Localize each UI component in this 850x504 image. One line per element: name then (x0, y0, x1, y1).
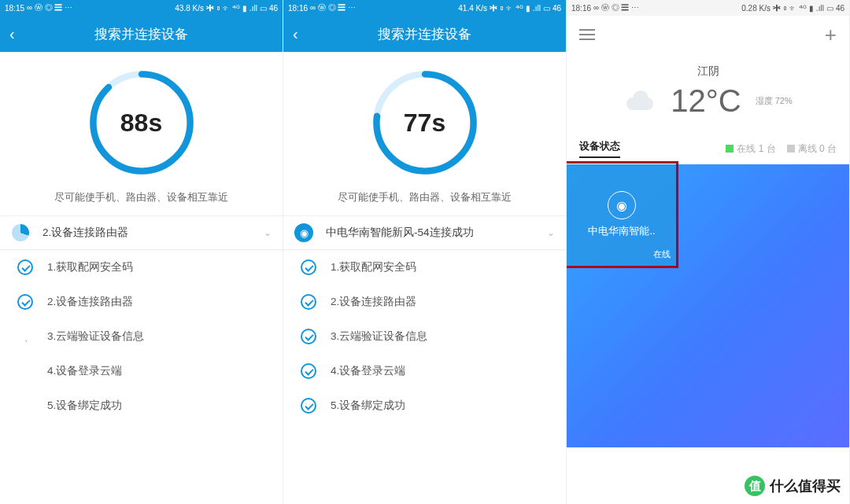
step-row: 2.设备连接路由器 (283, 285, 566, 319)
screen-connect-progress-1: 18:15 ∞ ⓦ ◎ ☰ ⋯ 43.8 K/s ✱ ▯ ᯤ ⁴ᴳ ▮ .ıll… (0, 0, 283, 504)
device-status: 在线 (653, 248, 671, 260)
step-list: 1.获取配网安全码 2.设备连接路由器 3.云端验证设备信息 4.设备登录云端 … (0, 250, 283, 423)
watermark-text: 什么值得买 (770, 476, 841, 495)
online-dot-icon (726, 145, 734, 153)
hint-text: 尽可能使手机、路由器、设备相互靠近 (283, 186, 566, 215)
check-icon (17, 259, 33, 275)
section-title: 设备状态 (579, 139, 620, 158)
step-row: 4.设备登录云端 (0, 354, 283, 388)
device-name: 中电华南智能.. (588, 224, 655, 238)
menu-button[interactable] (579, 29, 595, 40)
battery-icon: ▭ (260, 4, 267, 13)
status-icons: ∞ ⓦ ◎ ☰ ⋯ (310, 2, 356, 13)
offline-dot-icon (787, 145, 795, 153)
battery-pct: 46 (552, 4, 561, 13)
status-icons: ∞ ⓦ ◎ ☰ ⋯ (27, 2, 72, 13)
chevron-down-icon: ⌄ (264, 227, 272, 238)
step-row: 2.设备连接路由器 (0, 285, 283, 319)
progress-pie-icon (12, 224, 29, 241)
watermark: 值 什么值得买 (745, 476, 841, 496)
device-status-bar: 设备状态 在线 1 台 离线 0 台 (567, 139, 849, 164)
cloud-icon (623, 90, 656, 112)
top-bar: + (567, 16, 849, 53)
current-step-label: 中电华南智能新风-54连接成功 (326, 226, 547, 240)
clock: 18:16 (571, 4, 591, 13)
smzdm-logo-icon: 值 (745, 476, 765, 496)
app-bar: ‹ 搜索并连接设备 (0, 16, 283, 52)
step-label: 5.设备绑定成功 (47, 399, 272, 413)
signal-icons: ✱ ▯ ᯤ ⁴ᴳ ▮ .ıll (773, 4, 824, 13)
device-badge-icon: ◉ (294, 223, 313, 242)
step-label: 1.获取配网安全码 (331, 260, 555, 274)
step-label: 2.设备连接路由器 (331, 295, 555, 309)
offline-count: 离线 0 台 (787, 142, 837, 156)
check-icon (17, 294, 33, 310)
check-icon (301, 363, 316, 379)
countdown-value: 77s (370, 68, 480, 178)
app-bar: ‹ 搜索并连接设备 (283, 16, 566, 52)
battery-pct: 46 (269, 4, 278, 13)
net-speed: 41.4 K/s (458, 4, 487, 13)
step-label: 1.获取配网安全码 (47, 260, 272, 274)
step-row: 5.设备绑定成功 (283, 388, 566, 423)
clock: 18:15 (5, 4, 24, 13)
add-button[interactable]: + (825, 23, 837, 47)
countdown-ring: 77s (283, 52, 566, 186)
step-row: 4.设备登录云端 (283, 354, 566, 388)
status-bar: 18:16 ∞ ⓦ ◎ ☰ ⋯ 0.28 K/s ✱ ▯ ᯤ ⁴ᴳ ▮ .ıll… (567, 0, 849, 16)
city-name: 江阴 (567, 64, 849, 79)
hint-text: 尽可能使手机、路由器、设备相互靠近 (0, 186, 283, 215)
check-icon (301, 329, 316, 344)
step-label: 5.设备绑定成功 (331, 399, 555, 413)
step-row: 5.设备绑定成功 (0, 388, 283, 423)
status-bar: 18:15 ∞ ⓦ ◎ ☰ ⋯ 43.8 K/s ✱ ▯ ᯤ ⁴ᴳ ▮ .ıll… (0, 0, 283, 16)
signal-icons: ✱ ▯ ᯤ ⁴ᴳ ▮ .ıll (206, 4, 257, 13)
device-card[interactable]: ◉ 中电华南智能.. 在线 (567, 164, 677, 265)
signal-icons: ✱ ▯ ᯤ ⁴ᴳ ▮ .ıll (490, 4, 541, 13)
online-count: 在线 1 台 (726, 142, 775, 156)
page-title: 搜索并连接设备 (94, 25, 188, 43)
temperature: 12°C (671, 83, 741, 119)
screen-home-dashboard: 18:16 ∞ ⓦ ◎ ☰ ⋯ 0.28 K/s ✱ ▯ ᯤ ⁴ᴳ ▮ .ıll… (567, 0, 850, 504)
screen-connect-progress-2: 18:16 ∞ ⓦ ◎ ☰ ⋯ 41.4 K/s ✱ ▯ ᯤ ⁴ᴳ ▮ .ıll… (283, 0, 567, 504)
check-icon (301, 294, 316, 310)
status-icons: ∞ ⓦ ◎ ☰ ⋯ (593, 2, 639, 13)
chevron-down-icon: ⌄ (547, 227, 555, 238)
weather-widget[interactable]: 江阴 12°C 湿度 72% (567, 53, 849, 139)
net-speed: 0.28 K/s (741, 4, 771, 13)
back-button[interactable]: ‹ (293, 25, 298, 43)
step-label: 4.设备登录云端 (331, 364, 555, 378)
device-grid[interactable]: ◉ 中电华南智能.. 在线 (567, 164, 849, 447)
humidity: 湿度 72% (756, 95, 793, 107)
countdown-ring: 88s (0, 52, 283, 186)
step-row: 3.云端验证设备信息 (283, 319, 566, 354)
check-icon (301, 259, 316, 275)
battery-pct: 46 (836, 4, 844, 13)
back-button[interactable]: ‹ (9, 25, 15, 43)
countdown-value: 88s (87, 68, 197, 178)
step-list: 1.获取配网安全码 2.设备连接路由器 3.云端验证设备信息 4.设备登录云端 … (283, 250, 566, 423)
current-step-row[interactable]: ◉ 中电华南智能新风-54连接成功 ⌄ (283, 215, 566, 250)
page-title: 搜索并连接设备 (378, 25, 471, 43)
stray-mark: 、 (24, 330, 35, 344)
step-row: 3.云端验证设备信息 (0, 319, 283, 354)
status-bar: 18:16 ∞ ⓦ ◎ ☰ ⋯ 41.4 K/s ✱ ▯ ᯤ ⁴ᴳ ▮ .ıll… (283, 0, 566, 16)
step-label: 3.云端验证设备信息 (47, 329, 272, 344)
step-label: 2.设备连接路由器 (47, 295, 272, 309)
battery-icon: ▭ (826, 4, 833, 13)
check-icon (301, 398, 316, 414)
net-speed: 43.8 K/s (175, 4, 204, 13)
battery-icon: ▭ (543, 4, 550, 13)
current-step-row[interactable]: 2.设备连接路由器 ⌄ (0, 215, 283, 250)
device-type-icon: ◉ (608, 191, 636, 219)
step-row: 1.获取配网安全码 (283, 250, 566, 285)
step-label: 3.云端验证设备信息 (331, 329, 555, 344)
clock: 18:16 (288, 4, 308, 13)
step-row: 1.获取配网安全码 (0, 250, 283, 285)
current-step-label: 2.设备连接路由器 (42, 226, 264, 240)
step-label: 4.设备登录云端 (47, 364, 272, 378)
